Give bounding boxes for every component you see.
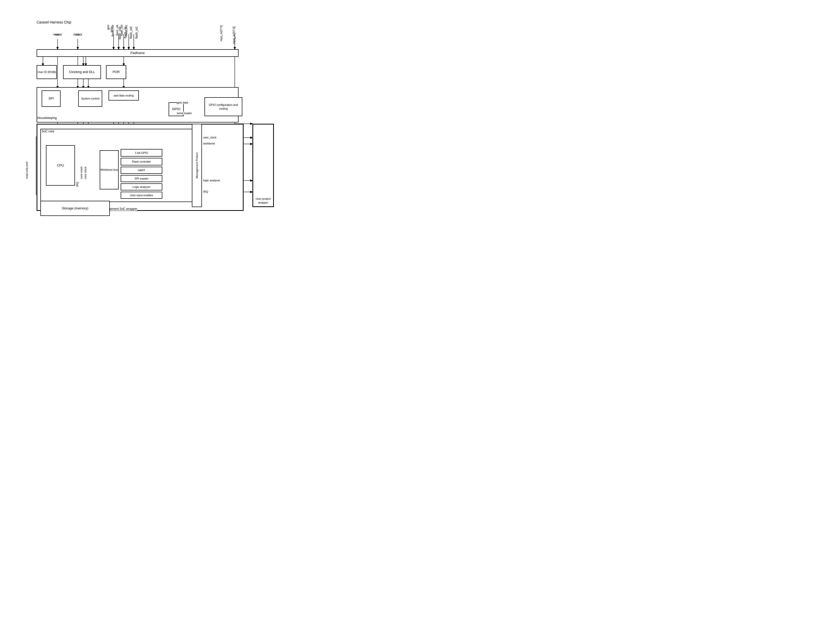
wishbone-bus-label: Wishbone bus — [100, 168, 118, 171]
gpio-top: gpio — [106, 25, 109, 30]
por-label: POR — [113, 70, 120, 74]
uart-box: UART — [121, 167, 162, 174]
signal-mprj-io: mprj_io[37:0] — [232, 27, 236, 44]
clocking-label: Clocking and DLL — [69, 70, 95, 74]
gpio-config-box: GPIO configuration and routing — [204, 97, 242, 116]
uart-label: UART — [138, 169, 145, 172]
read-only-port-label: read-only port — [25, 162, 28, 179]
system-control-label: System control — [81, 97, 100, 100]
chip-title: Caravel Harness Chip — [37, 20, 71, 24]
gpio-config-label: GPIO configuration and routing — [205, 103, 242, 110]
por-box: POR — [106, 65, 126, 79]
diagram: Caravel Harness Chip reset clock gpio fl… — [0, 0, 278, 227]
cpu-label: CPU — [57, 163, 64, 168]
clocking-box: Clocking and DLL — [63, 65, 101, 79]
clock-top: clock — [73, 33, 79, 36]
flash-controller-box: Flash controller — [121, 158, 162, 166]
irq-signal: IRQ — [203, 190, 208, 193]
user-id-label: User ID (ROM) — [37, 70, 56, 74]
spi-master-box: SPI master — [121, 175, 162, 182]
gpio-1bit-box: 1-bit GPIO — [121, 149, 162, 156]
padframe-box: Padframe — [37, 49, 238, 57]
housekeeping-label: Housekeeping — [37, 116, 57, 120]
reset-top: reset — [53, 33, 59, 36]
pad-data-routing-box: pad data routing — [109, 90, 139, 100]
core-clock-label: core clock — [84, 167, 87, 179]
spi-label: SPI — [48, 97, 54, 101]
gpio-1bit-label: 1-bit GPIO — [135, 151, 148, 155]
system-control-box: System control — [78, 90, 102, 107]
storage-box: Storage (memory) — [40, 201, 110, 216]
gpio-label: GPIO — [172, 107, 180, 111]
spi-master-label: SPI master — [135, 177, 148, 180]
user-project-wrapper-label: User project wrapper — [253, 197, 273, 204]
serial-loader-label: serial loader — [177, 112, 192, 115]
flash-io0-top: flash_io0 — [120, 25, 123, 36]
irq-label: IRQ — [76, 182, 79, 187]
flash-clk-top: flash_clk — [116, 25, 119, 35]
user-input-enables-box: User input enables — [121, 192, 162, 199]
cpu-box: CPU — [46, 145, 75, 186]
spi-box: SPI — [42, 90, 61, 107]
flash-csb-top: flash_csb — [111, 25, 114, 36]
wishbone-signal: wishbone — [203, 142, 215, 145]
signal-flash-io0: flash_io0 — [129, 27, 133, 39]
user-id-box: User ID (ROM) — [37, 65, 57, 79]
wishbone-bus-box: Wishbone bus — [100, 150, 119, 189]
user-input-enables-label: User input enables — [130, 193, 153, 197]
flash-controller-label: Flash controller — [132, 160, 151, 163]
core-reset-label: core reset — [80, 167, 83, 179]
soc-core-label: SoC core — [42, 130, 54, 133]
pad-data-routing-label: pad data routing — [114, 94, 134, 97]
mprj-io-top-label: mprj_io[37:0] — [220, 25, 223, 42]
signal-flash-io1: flash_io1 — [135, 27, 138, 39]
user-clock-signal: user_clock — [203, 136, 217, 139]
storage-label: Storage (memory) — [62, 206, 88, 211]
management-protect-label: Management Protect — [195, 153, 199, 178]
padframe-label: Padframe — [130, 51, 145, 55]
flash-io1-top: flash_io1 — [125, 25, 128, 36]
logic-analyzer-signal: logic analyzer — [203, 179, 220, 182]
logic-analyzer-label: Logic analyzer — [132, 185, 150, 188]
gpio-data-label: gpio data — [177, 101, 188, 104]
user-project-wrapper-box: User project wrapper — [252, 124, 274, 207]
logic-analyzer-box: Logic analyzer — [121, 184, 162, 190]
management-protect-box: Management Protect — [192, 124, 202, 207]
